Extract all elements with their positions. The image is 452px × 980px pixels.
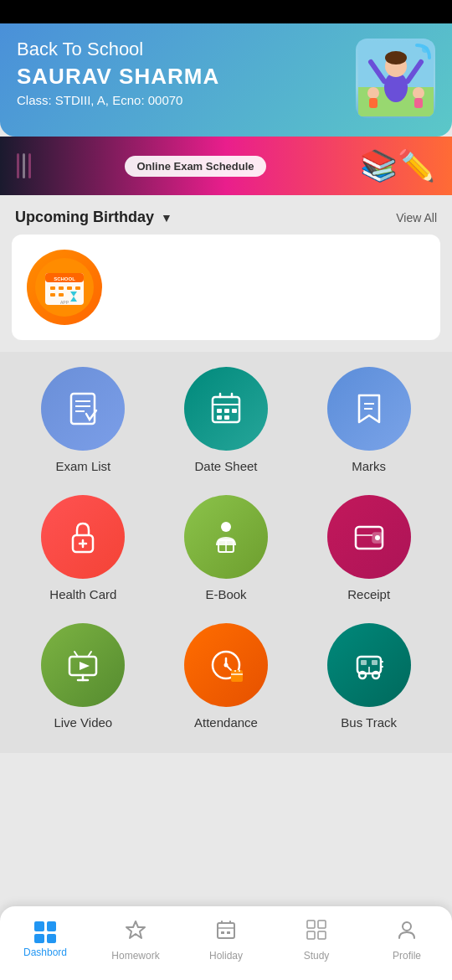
svg-text:SCHOOL: SCHOOL	[54, 276, 75, 281]
svg-point-7	[367, 87, 379, 99]
birthday-card: SCHOOL APP	[12, 235, 440, 340]
svg-point-65	[359, 672, 366, 678]
bus-track-icon	[327, 623, 411, 707]
svg-marker-70	[126, 921, 145, 938]
bottom-nav: Dashbord Homework Holiday	[0, 906, 452, 980]
homework-icon	[125, 919, 146, 946]
avatar-image	[358, 41, 434, 116]
svg-rect-15	[50, 286, 55, 290]
svg-rect-17	[67, 286, 72, 290]
grid-menu: Exam List Date Sheet	[0, 352, 452, 753]
grid-row-2: Health Card E-Book	[12, 488, 440, 608]
svg-rect-19	[50, 293, 55, 297]
back-to-school-label: Back To School	[17, 39, 219, 60]
svg-point-46	[375, 535, 380, 540]
nav-profile[interactable]: Profile	[373, 914, 440, 967]
birthday-section-header: Upcoming Birthday ▼ View All	[0, 195, 452, 235]
svg-rect-71	[218, 923, 234, 938]
banner-section: Online Exam Schedule 📚✏️	[0, 137, 452, 195]
nav-holiday-label: Holiday	[209, 950, 243, 962]
bus-track-label: Bus Track	[341, 715, 397, 730]
nav-homework-label: Homework	[111, 950, 159, 962]
live-video-icon	[41, 623, 125, 707]
ebook-icon	[184, 495, 268, 579]
attendance-item[interactable]: Attendance	[163, 616, 289, 736]
chevron-down-icon[interactable]: ▼	[161, 211, 172, 224]
svg-rect-77	[307, 921, 315, 928]
svg-rect-33	[232, 409, 237, 413]
svg-rect-31	[217, 409, 222, 413]
holiday-icon	[215, 919, 237, 946]
attendance-label: Attendance	[194, 715, 258, 730]
marks-item[interactable]: Marks	[306, 360, 432, 480]
svg-point-41	[221, 522, 231, 532]
svg-point-11	[422, 46, 429, 53]
svg-rect-58	[231, 670, 243, 682]
profile-icon	[396, 919, 418, 946]
health-card-item[interactable]: Health Card	[20, 488, 146, 608]
nav-homework[interactable]: Homework	[102, 914, 169, 967]
nav-holiday[interactable]: Holiday	[193, 914, 259, 967]
receipt-icon	[327, 495, 411, 579]
receipt-label: Receipt	[347, 587, 390, 601]
svg-point-81	[403, 922, 411, 931]
student-name: SAURAV SHARMA	[17, 64, 219, 90]
marks-icon	[327, 367, 411, 451]
status-bar	[0, 0, 452, 23]
view-all-button[interactable]: View All	[396, 211, 437, 224]
svg-rect-10	[414, 98, 423, 108]
study-icon	[306, 919, 327, 946]
header-section: Back To School SAURAV SHARMA Class: STDI…	[0, 23, 452, 137]
svg-point-57	[223, 663, 228, 668]
svg-rect-78	[318, 921, 326, 928]
birthday-icon: SCHOOL APP	[27, 250, 102, 325]
exam-list-label: Exam List	[55, 459, 110, 473]
birthday-title: Upcoming Birthday ▼	[15, 209, 172, 226]
attendance-icon	[184, 623, 268, 707]
svg-rect-16	[59, 286, 64, 290]
svg-rect-18	[75, 286, 80, 290]
bus-track-item[interactable]: Bus Track	[306, 616, 432, 736]
svg-point-4	[385, 51, 407, 64]
ebook-label: E-Book	[205, 587, 246, 601]
date-sheet-label: Date Sheet	[194, 459, 257, 473]
nav-dashboard[interactable]: Dashbord	[12, 916, 79, 963]
svg-rect-79	[307, 931, 315, 939]
banner-label: Online Exam Schedule	[125, 156, 265, 177]
marks-label: Marks	[352, 459, 386, 473]
ebook-item[interactable]: E-Book	[163, 488, 289, 608]
exam-list-item[interactable]: Exam List	[20, 360, 146, 480]
nav-profile-label: Profile	[393, 950, 421, 962]
svg-text:APP: APP	[60, 300, 69, 305]
svg-point-9	[413, 87, 424, 99]
svg-rect-75	[221, 931, 224, 934]
exam-list-icon	[41, 367, 125, 451]
live-video-label: Live Video	[54, 715, 112, 730]
svg-point-66	[372, 672, 379, 678]
date-sheet-icon	[184, 367, 268, 451]
date-sheet-item[interactable]: Date Sheet	[163, 360, 289, 480]
svg-rect-76	[227, 931, 230, 934]
svg-rect-80	[318, 931, 326, 939]
health-card-icon	[41, 495, 125, 579]
nav-study-label: Study	[304, 950, 330, 962]
svg-rect-34	[217, 415, 222, 420]
health-card-label: Health Card	[49, 587, 116, 601]
banner-books: 📚✏️	[360, 148, 435, 183]
grid-row-1: Exam List Date Sheet	[12, 360, 440, 480]
svg-rect-32	[224, 409, 229, 413]
svg-rect-63	[361, 660, 367, 665]
receipt-item[interactable]: Receipt	[306, 488, 432, 608]
nav-dashboard-label: Dashbord	[23, 946, 67, 958]
svg-marker-51	[80, 662, 90, 670]
grid-row-3: Live Video Attendance	[12, 616, 440, 736]
live-video-item[interactable]: Live Video	[20, 616, 146, 736]
svg-rect-8	[369, 98, 378, 108]
svg-rect-20	[59, 293, 64, 297]
class-info: Class: STDIII, A, Ecno: 00070	[17, 93, 219, 107]
avatar	[356, 39, 435, 118]
svg-rect-35	[224, 415, 229, 420]
svg-rect-64	[372, 660, 378, 665]
nav-study[interactable]: Study	[283, 914, 350, 967]
dashboard-icon	[34, 921, 56, 943]
